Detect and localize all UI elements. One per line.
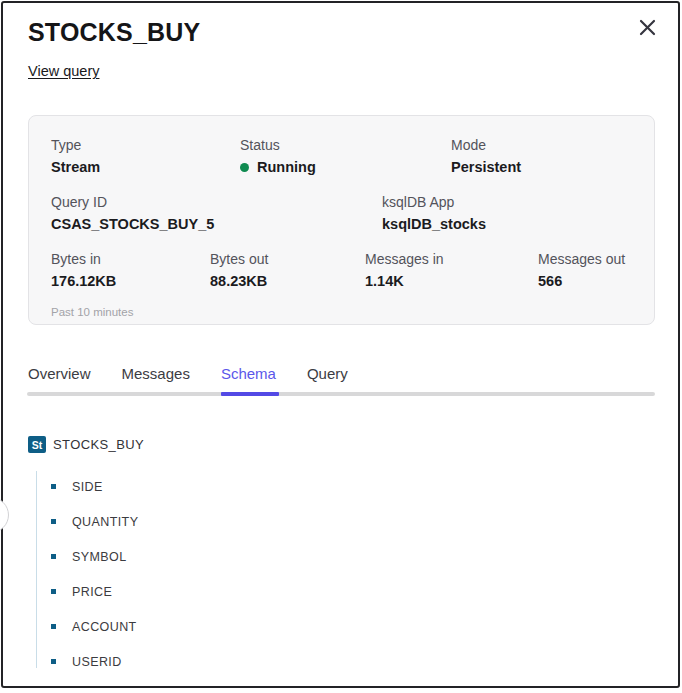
field-label-symbol: SYMBOL <box>72 550 127 564</box>
view-query-link[interactable]: View query <box>28 63 99 79</box>
type-label: Type <box>51 136 240 154</box>
page-title: STOCKS_BUY <box>28 18 654 46</box>
messages-out-cell: Messages out 566 <box>538 250 625 291</box>
field-label-side: SIDE <box>72 480 103 494</box>
tree-connector-line <box>36 471 37 668</box>
schema-panel: St STOCKS_BUY SIDE QUANTITY SYMBOL <box>28 436 654 679</box>
bytes-out-label: Bytes out <box>210 250 365 268</box>
messages-in-cell: Messages in 1.14K <box>365 250 538 291</box>
type-value: Stream <box>51 158 240 177</box>
stream-detail-panel: STOCKS_BUY View query Type Stream Status… <box>1 1 680 688</box>
metrics-timeframe-note: Past 10 minutes <box>51 306 632 318</box>
close-icon <box>639 19 656 36</box>
close-button[interactable] <box>636 16 658 38</box>
tab-overview[interactable]: Overview <box>28 365 91 383</box>
ksqldb-app-label: ksqlDB App <box>382 193 486 211</box>
status-running-dot-icon <box>240 163 249 172</box>
field-label-userid: USERID <box>72 655 122 669</box>
field-bullet-icon <box>51 659 56 664</box>
summary-row-1: Type Stream Status Running Mode Persiste… <box>51 136 632 177</box>
mode-value: Persistent <box>451 158 521 177</box>
bytes-in-label: Bytes in <box>51 250 210 268</box>
query-id-cell: Query ID CSAS_STOCKS_BUY_5 <box>51 193 382 234</box>
field-label-price: PRICE <box>72 585 112 599</box>
schema-field-row-side: SIDE <box>28 469 654 504</box>
tab-schema[interactable]: Schema <box>221 365 276 383</box>
field-bullet-icon <box>51 484 56 489</box>
messages-in-value: 1.14K <box>365 272 538 291</box>
status-label: Status <box>240 136 451 154</box>
field-bullet-icon <box>51 519 56 524</box>
schema-field-row-price: PRICE <box>28 574 654 609</box>
status-text: Running <box>257 158 316 177</box>
status-value: Running <box>240 158 451 177</box>
tab-query[interactable]: Query <box>307 365 348 383</box>
summary-row-2: Query ID CSAS_STOCKS_BUY_5 ksqlDB App ks… <box>51 193 632 234</box>
tab-messages[interactable]: Messages <box>122 365 190 383</box>
tab-bar: Overview Messages Schema Query <box>28 365 655 396</box>
mode-cell: Mode Persistent <box>451 136 521 177</box>
field-label-quantity: QUANTITY <box>72 515 138 529</box>
schema-field-row-symbol: SYMBOL <box>28 539 654 574</box>
schema-field-row-userid: USERID <box>28 644 654 679</box>
bytes-in-cell: Bytes in 176.12KB <box>51 250 210 291</box>
bytes-in-value: 176.12KB <box>51 272 210 291</box>
type-cell: Type Stream <box>51 136 240 177</box>
tab-underline-track <box>27 392 655 396</box>
mode-label: Mode <box>451 136 521 154</box>
field-bullet-icon <box>51 589 56 594</box>
bytes-out-value: 88.23KB <box>210 272 365 291</box>
query-id-value: CSAS_STOCKS_BUY_5 <box>51 215 382 234</box>
schema-field-row-account: ACCOUNT <box>28 609 654 644</box>
query-id-label: Query ID <box>51 193 382 211</box>
messages-out-label: Messages out <box>538 250 625 268</box>
schema-field-row-quantity: QUANTITY <box>28 504 654 539</box>
summary-row-3: Bytes in 176.12KB Bytes out 88.23KB Mess… <box>51 250 632 291</box>
schema-root-label: STOCKS_BUY <box>53 437 144 452</box>
field-bullet-icon <box>51 624 56 629</box>
field-bullet-icon <box>51 554 56 559</box>
bytes-out-cell: Bytes out 88.23KB <box>210 250 365 291</box>
schema-root-row: St STOCKS_BUY <box>28 436 654 453</box>
ksqldb-app-cell: ksqlDB App ksqlDB_stocks <box>382 193 486 234</box>
status-cell: Status Running <box>240 136 451 177</box>
schema-field-tree: SIDE QUANTITY SYMBOL PRICE ACCOUNT <box>28 469 654 679</box>
stream-type-badge-icon: St <box>28 436 46 453</box>
messages-in-label: Messages in <box>365 250 538 268</box>
ksqldb-app-value: ksqlDB_stocks <box>382 215 486 234</box>
messages-out-value: 566 <box>538 272 625 291</box>
field-label-account: ACCOUNT <box>72 620 137 634</box>
summary-card: Type Stream Status Running Mode Persiste… <box>28 115 655 325</box>
